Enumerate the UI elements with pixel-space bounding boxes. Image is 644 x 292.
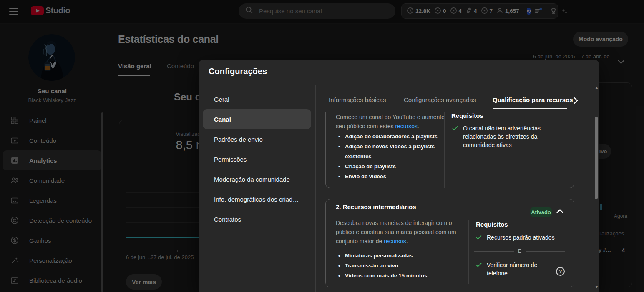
and-label: E (518, 248, 521, 254)
modal-scrollbar: ▲ ▼ (594, 85, 599, 292)
feature-item: Miniaturas personalizadas (336, 251, 457, 261)
recursos-link[interactable]: recursos (395, 123, 418, 130)
standard-features-card: Comece um canal do YouTube e aumente seu… (325, 112, 574, 188)
settings-nav: Geral Canal Padrões de envio Permissões … (199, 89, 315, 229)
intermediate-features-card: 2. Recursos intermediários Ativado Descu… (325, 199, 574, 287)
modal-title: Configurações (209, 67, 267, 76)
scroll-up-arrow[interactable]: ▲ (595, 85, 599, 90)
scroll-down-arrow[interactable]: ▼ (595, 285, 599, 289)
feature-item: Criação de playlists (336, 162, 441, 172)
requirements-title: Requisitos (476, 221, 508, 228)
feature-item: Transmissão ao vivo (336, 261, 457, 271)
column-divider (468, 220, 469, 284)
requirement-row: Verificar número de telefone (475, 261, 546, 277)
intermediate-description: Descubra novas maneiras de interagir com… (336, 218, 463, 246)
tab-informacoes-basicas[interactable]: Informações básicas (329, 96, 386, 103)
requirement-text: Recursos padrão ativados (487, 233, 555, 242)
check-icon (451, 125, 459, 132)
and-separator: E (474, 248, 565, 254)
requirement-text: O canal não tem advertências relacionada… (463, 124, 567, 149)
check-icon (475, 261, 483, 269)
check-icon (475, 234, 483, 241)
separator-line (474, 251, 514, 252)
chevron-up-icon[interactable] (556, 208, 564, 215)
tab-configuracoes-avancadas[interactable]: Configurações avançadas (404, 96, 476, 103)
settings-nav-geral[interactable]: Geral (203, 89, 311, 109)
feature-item: Envio de vídeos (336, 172, 441, 182)
feature-item: Adição de colaboradores a playlists (336, 132, 441, 142)
settings-nav-demograficas[interactable]: Info. demográficas dos criad… (203, 189, 311, 209)
recursos-link[interactable]: recursos (384, 238, 406, 245)
help-icon[interactable]: ? (556, 267, 565, 276)
scrollbar-thumb[interactable] (595, 117, 598, 199)
feature-item: Vídeos com mais de 15 minutos (336, 271, 457, 281)
eligibility-content: Comece um canal do YouTube e aumente seu… (316, 112, 594, 292)
standard-features-list: Adição de colaboradores a playlists Adiç… (336, 132, 441, 182)
requirement-row: O canal não tem advertências relacionada… (451, 124, 567, 149)
settings-nav-canal[interactable]: Canal (203, 109, 311, 129)
settings-nav-contratos[interactable]: Contratos (203, 209, 311, 229)
column-divider (444, 112, 445, 188)
requirements-title: Requisitos (451, 112, 483, 119)
youtube-studio-app: Studio 12.8K 0 4 4 (0, 0, 644, 292)
settings-modal: Configurações Geral Canal Padrões de env… (199, 60, 599, 292)
settings-nav-moderacao[interactable]: Moderação da comunidade (203, 169, 311, 189)
section-title: 2. Recursos intermediários (336, 203, 416, 210)
intermediate-features-list: Miniaturas personalizadas Transmissão ao… (336, 251, 457, 281)
tab-qualificacao-recursos[interactable]: Qualificação para recursos (493, 96, 573, 103)
settings-nav-padroes-envio[interactable]: Padrões de envio (203, 129, 311, 149)
intro-text: Comece um canal do YouTube e aumente seu… (336, 114, 445, 130)
chevron-right-icon[interactable] (573, 97, 578, 106)
separator-line (526, 251, 565, 252)
settings-nav-permissoes[interactable]: Permissões (203, 149, 311, 169)
intro-end: . (418, 123, 419, 130)
active-tab-underline (493, 108, 567, 109)
requirement-text: Verificar número de telefone (487, 261, 546, 277)
requirement-row: Recursos padrão ativados (475, 233, 571, 242)
feature-item: Adição de novos vídeos a playlists exist… (336, 142, 441, 162)
status-badge: Ativado (530, 207, 552, 217)
standard-intro: Comece um canal do YouTube e aumente seu… (336, 112, 448, 131)
description-end: . (406, 238, 408, 245)
